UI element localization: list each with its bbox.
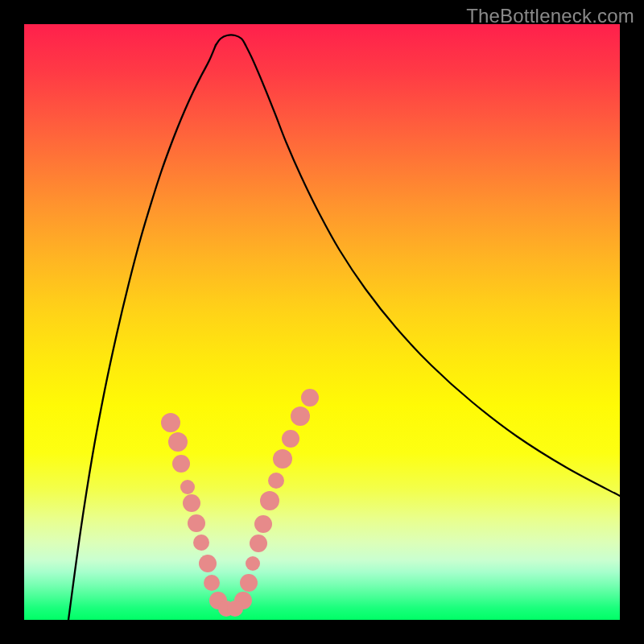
data-marker <box>172 455 190 473</box>
curve-group <box>68 35 620 620</box>
curve-left-branch <box>68 45 216 620</box>
data-marker <box>204 575 220 591</box>
data-marker <box>291 407 310 426</box>
data-marker <box>268 473 284 489</box>
curve-floor <box>216 35 246 45</box>
data-marker <box>273 449 292 469</box>
data-marker <box>240 574 258 592</box>
plot-area <box>24 24 620 620</box>
data-marker <box>227 601 243 617</box>
data-marker <box>183 494 200 512</box>
data-marker <box>180 480 195 494</box>
curve-right-branch <box>246 45 620 496</box>
data-marker <box>254 515 272 533</box>
data-marker <box>168 432 188 452</box>
data-marker <box>301 389 319 407</box>
data-marker <box>260 491 279 510</box>
data-marker <box>250 535 267 552</box>
data-marker <box>282 430 299 448</box>
data-marker <box>246 556 260 571</box>
marker-group <box>161 389 319 617</box>
data-marker <box>193 535 209 551</box>
data-marker <box>199 555 217 572</box>
chart-container: TheBottleneck.com <box>0 0 644 644</box>
data-marker <box>161 413 180 432</box>
curve-svg <box>24 24 620 620</box>
data-marker <box>188 514 205 532</box>
